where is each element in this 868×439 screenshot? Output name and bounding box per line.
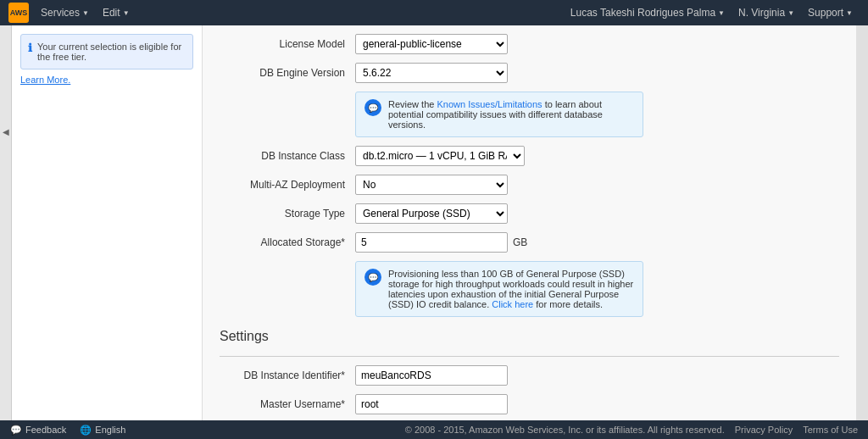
multi-az-label: Multi-AZ Deployment [220, 179, 355, 191]
learn-more-link[interactable]: Learn More. [20, 75, 193, 85]
master-username-control [355, 394, 525, 414]
db-engine-version-select[interactable]: 5.6.22 [355, 63, 508, 83]
db-instance-id-label: DB Instance Identifier* [220, 370, 355, 381]
free-tier-notice: ℹ Your current selection is eligible for… [20, 34, 193, 69]
master-username-row: Master Username* [220, 394, 839, 414]
license-model-label: License Model [220, 38, 355, 50]
multi-az-control: No [355, 175, 525, 195]
top-navigation: AWS Services ▼ Edit ▼ Lucas Takeshi Rodr… [0, 0, 868, 25]
copyright-text: © 2008 - 2015, Amazon Web Services, Inc.… [405, 425, 725, 435]
db-engine-version-row: DB Engine Version 5.6.22 [220, 63, 839, 83]
nav-support[interactable]: Support ▼ [801, 7, 860, 19]
provisioning-bubble-icon: 💬 [364, 269, 381, 286]
nav-edit[interactable]: Edit ▼ [96, 7, 136, 19]
info-icon: ℹ [28, 42, 32, 62]
storage-type-control: General Purpose (SSD) [355, 203, 525, 224]
storage-type-select[interactable]: General Purpose (SSD) [355, 203, 508, 224]
terms-of-use-link[interactable]: Terms of Use [803, 425, 858, 435]
feedback-icon: 💬 [10, 425, 22, 436]
language-selector[interactable]: 🌐 English [80, 425, 125, 436]
user-caret-icon: ▼ [718, 9, 725, 17]
storage-unit-label: GB [513, 236, 527, 248]
nav-region[interactable]: N. Virginia ▼ [732, 7, 801, 19]
feedback-button[interactable]: 💬 Feedback [10, 425, 66, 436]
globe-icon: 🌐 [80, 425, 92, 436]
privacy-policy-link[interactable]: Privacy Policy [735, 425, 793, 435]
settings-header: Settings [220, 329, 839, 347]
db-engine-version-label: DB Engine Version [220, 67, 355, 79]
storage-type-row: Storage Type General Purpose (SSD) [220, 203, 839, 224]
db-instance-class-label: DB Instance Class [220, 150, 355, 162]
known-issues-link[interactable]: Known Issues/Limitations [437, 99, 542, 109]
db-instance-class-select[interactable]: db.t2.micro — 1 vCPU, 1 GiB RAM [355, 146, 525, 166]
services-caret-icon: ▼ [82, 9, 89, 17]
db-instance-class-row: DB Instance Class db.t2.micro — 1 vCPU, … [220, 146, 839, 166]
master-username-label: Master Username* [220, 398, 355, 410]
sidebar: ℹ Your current selection is eligible for… [12, 25, 203, 420]
known-issues-text: Review the Known Issues/Limitations to l… [388, 99, 634, 130]
provisioning-notice-text: Provisioning less than 100 GB of General… [388, 269, 634, 309]
master-username-input[interactable] [355, 394, 508, 414]
sidebar-toggle[interactable]: ◀ [0, 25, 12, 420]
chat-bubble-icon: 💬 [364, 99, 381, 116]
db-instance-class-control: db.t2.micro — 1 vCPU, 1 GiB RAM [355, 146, 525, 166]
edit-caret-icon: ▼ [123, 9, 130, 17]
multi-az-row: Multi-AZ Deployment No [220, 175, 839, 195]
storage-type-label: Storage Type [220, 208, 355, 220]
db-instance-id-row: DB Instance Identifier* [220, 365, 839, 386]
license-model-control: general-public-license [355, 34, 525, 54]
db-instance-id-input[interactable] [355, 365, 508, 386]
support-caret-icon: ▼ [846, 9, 853, 17]
click-here-link[interactable]: Click here [492, 299, 533, 309]
allocated-storage-input[interactable] [355, 232, 508, 253]
db-instance-id-control [355, 365, 525, 386]
aws-logo: AWS [8, 3, 29, 23]
nav-services[interactable]: Services ▼ [34, 7, 96, 19]
region-caret-icon: ▼ [787, 9, 794, 17]
footer-bar: 💬 Feedback 🌐 English © 2008 - 2015, Amaz… [0, 420, 868, 439]
db-engine-version-control: 5.6.22 [355, 63, 525, 83]
allocated-storage-label: Allocated Storage* [220, 236, 355, 248]
nav-username[interactable]: Lucas Takeshi Rodrigues Palma ▼ [564, 7, 732, 19]
allocated-storage-row: Allocated Storage* GB [220, 232, 839, 253]
license-model-row: License Model general-public-license [220, 34, 839, 54]
known-issues-box: 💬 Review the Known Issues/Limitations to… [355, 92, 643, 137]
license-model-select[interactable]: general-public-license [355, 34, 508, 54]
provisioning-notice-box: 💬 Provisioning less than 100 GB of Gener… [355, 261, 643, 317]
main-content: License Model general-public-license DB … [203, 25, 856, 420]
allocated-storage-control: GB [355, 232, 527, 253]
settings-divider [220, 356, 839, 357]
multi-az-select[interactable]: No [355, 175, 508, 195]
right-scrollbar[interactable] [856, 25, 868, 420]
toggle-arrow-icon: ◀ [3, 127, 9, 136]
